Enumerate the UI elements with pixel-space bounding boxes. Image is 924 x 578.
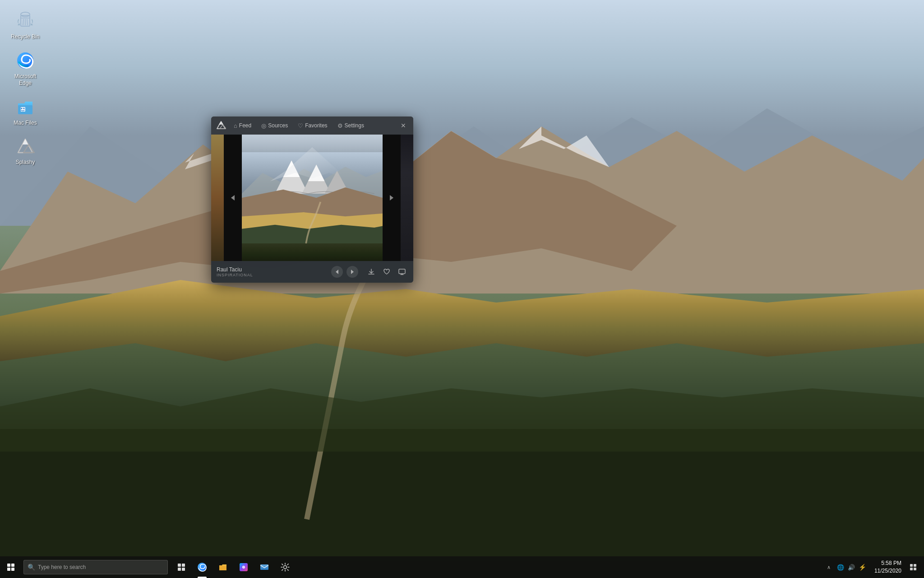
- edge-label: Microsoft Edge: [10, 73, 41, 87]
- favorite-button[interactable]: [381, 266, 393, 278]
- svg-marker-39: [336, 270, 338, 274]
- recycle-bin-icon[interactable]: Recycle Bin: [7, 7, 43, 43]
- desktop-icons: Recycle Bin Microsoft: [0, 0, 51, 176]
- sources-icon: ◎: [261, 122, 266, 129]
- svg-rect-44: [178, 564, 181, 567]
- svg-rect-53: [910, 564, 913, 567]
- heart-outline-icon: ♡: [298, 122, 303, 129]
- nav-sources-label: Sources: [268, 122, 288, 129]
- nav-favorites[interactable]: ♡ Favorites: [293, 121, 332, 131]
- search-bar[interactable]: 🔍: [23, 560, 168, 574]
- notification-button[interactable]: [906, 556, 920, 578]
- svg-text:⊛: ⊛: [242, 565, 245, 569]
- splashy-icon[interactable]: Splashy: [7, 133, 43, 169]
- taskbar-pinned-icons: ⊛: [171, 556, 295, 578]
- nav-feed[interactable]: ⌂ Feed: [229, 121, 256, 131]
- svg-marker-40: [351, 270, 354, 274]
- next-image-button[interactable]: [383, 135, 401, 261]
- svg-point-52: [284, 566, 287, 569]
- network-icon[interactable]: 🌐: [836, 563, 845, 572]
- nav-settings[interactable]: ⚙ Settings: [333, 121, 369, 131]
- nav-sources[interactable]: ◎ Sources: [257, 121, 292, 131]
- edge-taskbar-icon[interactable]: [192, 556, 212, 578]
- svg-rect-54: [914, 564, 916, 567]
- recycle-bin-label: Recycle Bin: [11, 33, 39, 41]
- app-logo: [215, 119, 227, 132]
- app-titlebar: ⌂ Feed ◎ Sources ♡ Favorites ⚙ Settings …: [211, 117, 413, 135]
- gear-icon: ⚙: [337, 122, 343, 129]
- nav-settings-label: Settings: [345, 122, 364, 129]
- file-explorer-taskbar-icon[interactable]: [213, 556, 233, 578]
- mail-taskbar-icon[interactable]: [254, 556, 274, 578]
- close-button[interactable]: ✕: [397, 119, 410, 132]
- microsoft-edge-icon[interactable]: Microsoft Edge: [7, 47, 43, 90]
- clock-time: 5:58 PM: [881, 559, 901, 567]
- next-arrow-button[interactable]: [346, 266, 358, 278]
- nav-arrows: [331, 266, 358, 278]
- task-view-button[interactable]: [171, 556, 191, 578]
- svg-marker-38: [390, 195, 393, 200]
- next-image-preview: [401, 135, 413, 261]
- svg-rect-46: [178, 568, 181, 571]
- photo-category: INSPIRATIONAL: [217, 273, 331, 277]
- wallpaper: [0, 0, 924, 578]
- tray-overflow-button[interactable]: ∧: [825, 564, 832, 571]
- svg-line-14: [23, 19, 23, 25]
- system-tray: ∧ 🌐 🔊 ⚡ 5:58 PM 11/25/2020: [822, 556, 924, 578]
- svg-point-19: [21, 107, 23, 109]
- image-controls: Raul Taciu INSPIRATIONAL: [211, 261, 413, 283]
- photo-author: Raul Taciu: [217, 266, 331, 273]
- battery-icon[interactable]: ⚡: [858, 563, 867, 572]
- prev-image-button[interactable]: [224, 135, 242, 261]
- settings-taskbar-icon[interactable]: [275, 556, 295, 578]
- gallery-area: [211, 135, 413, 261]
- prev-image-preview: [211, 135, 224, 261]
- nav-feed-label: Feed: [239, 122, 251, 129]
- nav-favorites-label: Favorites: [305, 122, 327, 129]
- svg-rect-45: [182, 564, 185, 567]
- splashy-label: Splashy: [16, 159, 35, 166]
- taskbar: 🔍: [0, 556, 924, 578]
- svg-marker-33: [308, 165, 325, 182]
- start-button[interactable]: [0, 556, 22, 578]
- app-nav: ⌂ Feed ◎ Sources ♡ Favorites ⚙ Settings: [229, 121, 397, 131]
- svg-point-11: [21, 12, 30, 17]
- svg-rect-56: [914, 568, 916, 570]
- mac-files-icon[interactable]: Mac Files: [7, 93, 43, 130]
- svg-point-20: [23, 107, 25, 109]
- svg-rect-51: [260, 564, 268, 570]
- svg-rect-55: [910, 568, 913, 570]
- volume-icon[interactable]: 🔊: [847, 563, 856, 572]
- tray-icons: 🌐 🔊 ⚡: [833, 563, 870, 572]
- set-wallpaper-button[interactable]: [396, 266, 408, 278]
- mac-files-label: Mac Files: [14, 120, 37, 127]
- svg-marker-26: [219, 121, 223, 125]
- svg-line-16: [27, 19, 28, 25]
- photo-info: Raul Taciu INSPIRATIONAL: [217, 266, 331, 277]
- svg-rect-47: [182, 568, 185, 571]
- search-input[interactable]: [38, 564, 164, 570]
- home-icon: ⌂: [234, 122, 237, 129]
- svg-marker-27: [231, 195, 235, 200]
- main-image: [242, 135, 383, 261]
- action-icons: [365, 266, 408, 278]
- search-icon: 🔍: [28, 564, 35, 571]
- clock-date: 11/25/2020: [874, 567, 901, 575]
- clock[interactable]: 5:58 PM 11/25/2020: [871, 559, 905, 575]
- prev-arrow-button[interactable]: [331, 266, 343, 278]
- windows-logo-icon: [7, 564, 14, 571]
- svg-rect-48: [219, 566, 226, 570]
- photo-display: [242, 135, 383, 261]
- svg-rect-41: [399, 269, 405, 274]
- splashy-window: ⌂ Feed ◎ Sources ♡ Favorites ⚙ Settings …: [211, 117, 413, 283]
- download-button[interactable]: [365, 266, 377, 278]
- store-taskbar-icon[interactable]: ⊛: [234, 556, 254, 578]
